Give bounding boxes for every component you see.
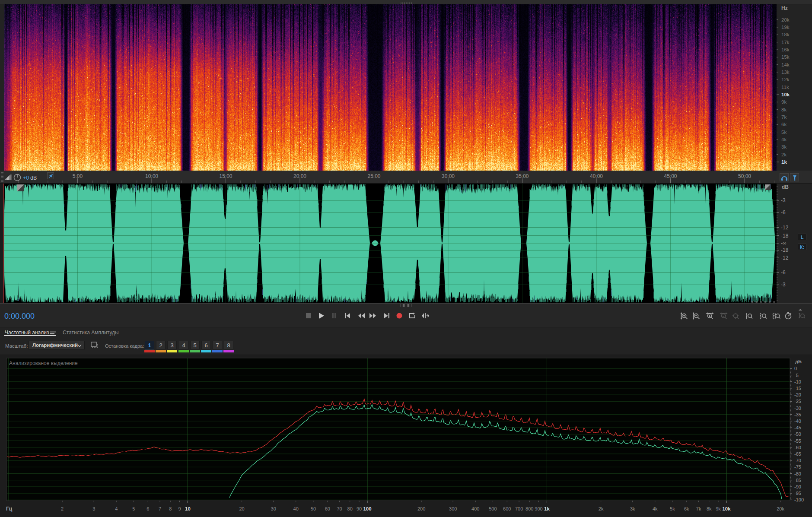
- svg-text:8k: 8k: [781, 107, 787, 112]
- svg-text:-75: -75: [794, 464, 801, 469]
- svg-text:9k: 9k: [781, 99, 787, 105]
- svg-text:Анализированое выделение: Анализированое выделение: [9, 360, 78, 366]
- svg-text:3k: 3k: [630, 506, 635, 511]
- svg-text:-3: -3: [781, 197, 786, 203]
- svg-text:-5: -5: [794, 373, 799, 378]
- svg-text:2k: 2k: [781, 152, 787, 157]
- svg-text:20:00: 20:00: [293, 173, 306, 179]
- svg-text:900: 900: [535, 506, 542, 511]
- svg-text:300: 300: [449, 506, 457, 511]
- svg-text:90: 90: [357, 506, 362, 511]
- svg-text:8: 8: [169, 506, 172, 511]
- svg-text:Hz: Hz: [781, 5, 788, 11]
- svg-text:100: 100: [363, 506, 371, 511]
- svg-text:3: 3: [92, 506, 95, 511]
- svg-text:17k: 17k: [781, 40, 790, 45]
- svg-text:25:00: 25:00: [367, 173, 380, 179]
- svg-text:-80: -80: [794, 471, 801, 476]
- svg-text:-20: -20: [794, 392, 801, 397]
- svg-text:-∞: -∞: [781, 240, 787, 246]
- svg-text:45:00: 45:00: [664, 173, 677, 179]
- svg-text:4k: 4k: [781, 137, 787, 142]
- svg-text:-70: -70: [794, 458, 801, 463]
- svg-text:18k: 18k: [781, 32, 790, 37]
- svg-text:-100: -100: [794, 497, 804, 502]
- svg-text:5:00: 5:00: [73, 173, 83, 179]
- svg-text:40:00: 40:00: [590, 173, 603, 179]
- svg-text:-85: -85: [794, 478, 801, 483]
- svg-text:3k: 3k: [781, 144, 787, 149]
- svg-text:30:00: 30:00: [442, 173, 455, 179]
- svg-text:-6: -6: [781, 270, 786, 276]
- svg-text:20k: 20k: [781, 17, 790, 22]
- svg-text:0: 0: [794, 366, 797, 371]
- svg-text:19k: 19k: [781, 25, 790, 30]
- svg-text:60: 60: [325, 506, 330, 511]
- svg-text:500: 500: [489, 506, 497, 511]
- svg-text:2: 2: [61, 506, 64, 511]
- svg-text:40: 40: [293, 506, 299, 511]
- svg-text:-55: -55: [794, 438, 801, 444]
- svg-text:8k: 8k: [707, 506, 712, 511]
- svg-text:9: 9: [178, 506, 181, 511]
- svg-text:-15: -15: [794, 386, 801, 391]
- svg-text:35:00: 35:00: [516, 173, 529, 179]
- svg-text:10k: 10k: [781, 92, 790, 97]
- svg-text:dB: dB: [782, 184, 789, 190]
- svg-text:10:00: 10:00: [145, 173, 158, 179]
- svg-text:-18: -18: [781, 233, 789, 239]
- svg-text:20k: 20k: [777, 506, 784, 511]
- svg-text:20: 20: [239, 506, 244, 511]
- svg-text:5k: 5k: [670, 506, 675, 511]
- svg-text:800: 800: [525, 506, 533, 511]
- svg-text:4: 4: [115, 506, 118, 511]
- svg-text:4k: 4k: [653, 506, 658, 511]
- svg-text:1k: 1k: [781, 159, 787, 165]
- svg-text:-35: -35: [794, 412, 801, 417]
- svg-text:-18: -18: [781, 247, 789, 253]
- svg-text:-90: -90: [794, 484, 801, 489]
- svg-text:16k: 16k: [781, 47, 790, 52]
- svg-text:6k: 6k: [781, 122, 787, 127]
- svg-text:15k: 15k: [781, 54, 790, 60]
- svg-text:200: 200: [417, 506, 425, 511]
- svg-text:-12: -12: [781, 255, 789, 261]
- svg-text:-12: -12: [781, 225, 789, 231]
- svg-text:30: 30: [271, 506, 276, 511]
- svg-text:600: 600: [503, 506, 511, 511]
- svg-text:50: 50: [311, 506, 316, 511]
- svg-text:7: 7: [159, 506, 161, 511]
- svg-text:2k: 2k: [599, 506, 604, 511]
- svg-text:-50: -50: [794, 431, 801, 437]
- svg-text:6: 6: [146, 506, 149, 511]
- svg-text:50:00: 50:00: [738, 173, 751, 179]
- svg-text:400: 400: [471, 506, 479, 511]
- svg-text:-60: -60: [794, 445, 801, 450]
- svg-text:-10: -10: [794, 379, 801, 384]
- svg-text:70: 70: [337, 506, 342, 511]
- svg-text:9k: 9k: [716, 506, 721, 511]
- svg-text:700: 700: [515, 506, 523, 511]
- svg-text:-25: -25: [794, 399, 801, 404]
- svg-text:1k: 1k: [544, 506, 550, 511]
- svg-text:11k: 11k: [781, 85, 789, 90]
- svg-text:6k: 6k: [684, 506, 689, 511]
- svg-text:-3: -3: [781, 282, 786, 288]
- svg-text:12k: 12k: [781, 77, 790, 82]
- svg-text:-6: -6: [781, 209, 786, 216]
- svg-text:-40: -40: [794, 419, 801, 424]
- svg-text:дБ: дБ: [795, 359, 802, 364]
- svg-text:-30: -30: [794, 406, 801, 411]
- svg-text:5: 5: [132, 506, 135, 511]
- svg-text:Гц: Гц: [6, 506, 13, 512]
- svg-text:7k: 7k: [781, 114, 787, 120]
- svg-text:14k: 14k: [781, 62, 790, 67]
- svg-text:-45: -45: [794, 425, 801, 430]
- svg-text:-95: -95: [794, 491, 801, 496]
- svg-text:5k: 5k: [781, 130, 787, 135]
- svg-text:10: 10: [185, 506, 191, 511]
- svg-text:10k: 10k: [722, 506, 731, 511]
- svg-text:-65: -65: [794, 451, 801, 457]
- svg-text:7k: 7k: [696, 506, 701, 511]
- svg-text:80: 80: [347, 506, 353, 511]
